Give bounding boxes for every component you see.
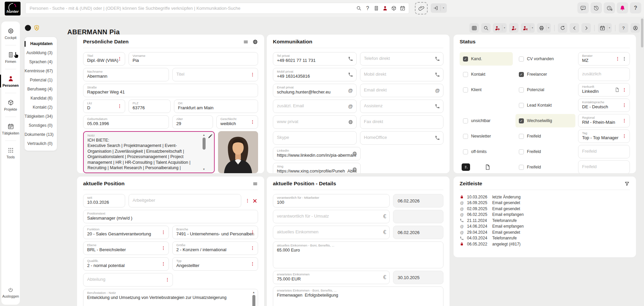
caret-down-icon[interactable]: ▾ bbox=[440, 5, 446, 11]
mobil_privat-field[interactable]: Mobil privat+49 1631435816 bbox=[273, 68, 357, 81]
scrollbar-thumb[interactable] bbox=[641, 18, 643, 47]
checkbox-box[interactable] bbox=[519, 134, 524, 139]
checkbox-box[interactable] bbox=[463, 72, 468, 77]
linkedin-field[interactable]: LinkedInhttps://www.linkedin.com/in/pia-… bbox=[273, 147, 361, 160]
kebab-menu-icon[interactable] bbox=[117, 104, 122, 109]
refresh-button[interactable] bbox=[558, 23, 567, 33]
phone-icon[interactable] bbox=[348, 56, 353, 62]
timeline-entry[interactable]: @29.04.2024Email gesendet bbox=[460, 229, 630, 235]
sidebar-item-ausloggen[interactable]: Ausloggen bbox=[1, 282, 20, 303]
edit-person-button[interactable] bbox=[509, 23, 518, 33]
checkbox-box[interactable] bbox=[519, 149, 524, 154]
record-tab-sprachen-4[interactable]: Sprachen (4) bbox=[25, 58, 57, 67]
timeline-entry[interactable]: 21.11.2024Telefonanrufe bbox=[460, 218, 630, 224]
nachname-field[interactable]: NachnameAbermann bbox=[83, 68, 169, 81]
kebab-menu-icon[interactable] bbox=[250, 72, 255, 77]
checkbox-box[interactable] bbox=[519, 165, 524, 170]
checkbox-box[interactable] bbox=[463, 134, 468, 139]
clear-icon[interactable] bbox=[252, 198, 257, 203]
xing-field[interactable]: Xinghttps://www.xing.com/profile/Puneh_A… bbox=[273, 163, 361, 173]
phone-icon[interactable] bbox=[435, 135, 440, 141]
previous-button[interactable] bbox=[570, 23, 579, 33]
attachment-dropzone-button[interactable] bbox=[415, 2, 428, 14]
phone-icon[interactable] bbox=[435, 72, 440, 77]
funnel-icon[interactable] bbox=[624, 181, 630, 187]
calendar-check-icon[interactable] bbox=[400, 5, 405, 11]
vorname-field[interactable]: VornamePia bbox=[129, 52, 258, 66]
scroll-down-icon[interactable]: ▼ bbox=[203, 168, 205, 171]
timeline-entry[interactable]: 10.03.2026letzte Änderung bbox=[460, 194, 630, 200]
notiz-field[interactable]: NotizICH BIETE: Executive Search | Proje… bbox=[83, 131, 215, 173]
verantw_mitarbeiter-field[interactable]: verantwortlich für - Mitarbeiter100 bbox=[273, 194, 390, 207]
kebab-menu-icon[interactable] bbox=[622, 118, 627, 123]
notifications-button[interactable] bbox=[617, 2, 628, 13]
herkunft-field[interactable]: HerkunftLinkedIn bbox=[578, 83, 630, 97]
menu-icon[interactable] bbox=[252, 181, 258, 187]
checkbox-box[interactable] bbox=[519, 87, 524, 92]
scroll-thumb[interactable] bbox=[252, 295, 255, 306]
kebab-menu-icon[interactable] bbox=[161, 262, 166, 267]
regional-field[interactable]: RegionalRM - Rhein-Main bbox=[578, 114, 630, 127]
kebab-menu-icon[interactable] bbox=[250, 120, 255, 125]
sidebar-item-cockpit[interactable]: Cockpit bbox=[1, 22, 20, 45]
phone-icon[interactable] bbox=[435, 56, 440, 62]
ort-field[interactable]: OrtFrankfurt am Main bbox=[174, 100, 258, 113]
scroll-up-icon[interactable]: ▲ bbox=[203, 133, 205, 137]
homeoffice-field[interactable]: HomeOffice bbox=[360, 131, 444, 145]
timeline-entry[interactable]: 04.03.2024Telefonanrufe bbox=[460, 235, 630, 241]
kebab-menu-icon[interactable] bbox=[161, 246, 166, 251]
at-icon[interactable]: @ bbox=[348, 104, 353, 109]
record-tab-tätigkeiten-34[interactable]: Tätigkeiten (34) bbox=[25, 112, 57, 121]
kebab-menu-icon[interactable] bbox=[161, 230, 166, 235]
scroll-up-icon[interactable]: ▲ bbox=[252, 291, 255, 294]
globe-icon[interactable] bbox=[352, 151, 357, 156]
phone-icon[interactable] bbox=[348, 72, 353, 77]
kontaktsprache-field[interactable]: KontaktspracheDE - Deutsch bbox=[578, 99, 630, 112]
tag-field[interactable]: TagTop - Top Manager bbox=[578, 129, 630, 143]
checkbox-klient[interactable]: Klient bbox=[460, 83, 513, 97]
timeline-entry[interactable]: @06.02.2025Email empfangen bbox=[460, 212, 630, 218]
caret-down-icon[interactable]: ▾ bbox=[546, 25, 551, 31]
skype-field[interactable]: Skype bbox=[273, 131, 357, 145]
checkbox-box[interactable]: ✓ bbox=[519, 118, 524, 123]
sidebar-item-projekte[interactable]: Projekte bbox=[1, 93, 20, 117]
verantw_umsatz-field[interactable]: verantwortlich für - Umsatz€ bbox=[273, 210, 390, 223]
titel2-field[interactable]: Titel bbox=[172, 68, 258, 81]
checkbox-potenzial[interactable]: Potenzial bbox=[515, 83, 575, 97]
arbeitgeber-field[interactable]: Arbeitgeber bbox=[129, 194, 241, 207]
kebab-menu-icon[interactable] bbox=[165, 277, 170, 282]
typ-field[interactable]: TypAngestellter bbox=[172, 257, 258, 271]
geschlecht-field[interactable]: Geschlechtweiblich bbox=[216, 115, 258, 129]
checkbox-freifeld[interactable]: Freifeld bbox=[515, 129, 575, 143]
checkbox-newsletter[interactable]: Newsletter bbox=[460, 129, 513, 143]
freifeld2-field[interactable]: Freifeld bbox=[578, 160, 630, 173]
titel-field[interactable]: TitelDipl.-BW (VWA) bbox=[83, 52, 125, 66]
record-tab-kenntnisse-67[interactable]: Kenntnisse (67) bbox=[25, 67, 57, 76]
timeline-entry[interactable]: @14.06.2024Email empfangen bbox=[460, 224, 630, 230]
help-button[interactable]: ? bbox=[630, 2, 641, 13]
doc-icon[interactable] bbox=[614, 87, 620, 92]
kebab-menu-icon[interactable] bbox=[622, 56, 627, 62]
email_direkt-field[interactable]: Email direkt@ bbox=[360, 84, 444, 97]
dark-notes-icon[interactable] bbox=[462, 163, 470, 171]
sidebar-item-taetigkeiten[interactable]: Tätigkeiten bbox=[1, 117, 20, 141]
phone-icon[interactable] bbox=[435, 104, 440, 109]
menu-icon[interactable] bbox=[243, 39, 249, 45]
groesse-field[interactable]: Größe2 - Konzern / international bbox=[172, 241, 258, 255]
record-tab-berufsweg-4[interactable]: Berufsweg (4) bbox=[25, 85, 57, 94]
time-pause-button[interactable] bbox=[604, 2, 615, 13]
record-tab-kandidat-6[interactable]: Kandidat (6) bbox=[25, 94, 57, 103]
kebab-menu-icon[interactable] bbox=[250, 230, 255, 235]
checkbox-unsichtbar[interactable]: unsichtbar bbox=[460, 114, 513, 127]
kebab-menu-icon[interactable] bbox=[245, 198, 250, 203]
record-tab-dokumente-13[interactable]: Dokumente (13) bbox=[25, 130, 57, 139]
ebene-field[interactable]: EbeneBRL - Bereichsleiter bbox=[83, 241, 169, 255]
checkbox-wechselwillig[interactable]: ✓Wechselwillig bbox=[515, 114, 575, 127]
seit-field[interactable]: seit10.03.2026 bbox=[83, 194, 125, 207]
forward-button[interactable]: ? bbox=[619, 23, 628, 33]
berater-field[interactable]: BeraterMZ bbox=[578, 52, 630, 66]
companies-icon[interactable] bbox=[373, 5, 379, 11]
branche-field[interactable]: Branche7491 - Unternehmens- und Personal… bbox=[172, 226, 258, 239]
qualifik-field[interactable]: Qualifik.2 - normal potential bbox=[83, 257, 169, 271]
caret-down-icon[interactable]: ▾ bbox=[502, 25, 507, 31]
